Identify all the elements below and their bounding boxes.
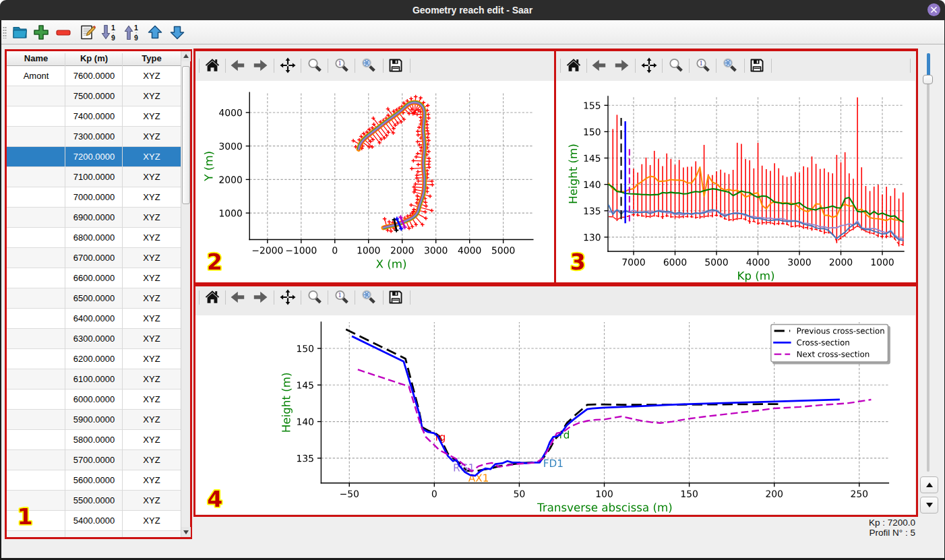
svg-text:1: 1 (338, 290, 342, 299)
svg-text::: : (113, 30, 114, 36)
svg-text::: : (135, 30, 137, 36)
svg-text:1: 1 (699, 59, 703, 67)
svg-text:1: 1 (338, 59, 342, 67)
